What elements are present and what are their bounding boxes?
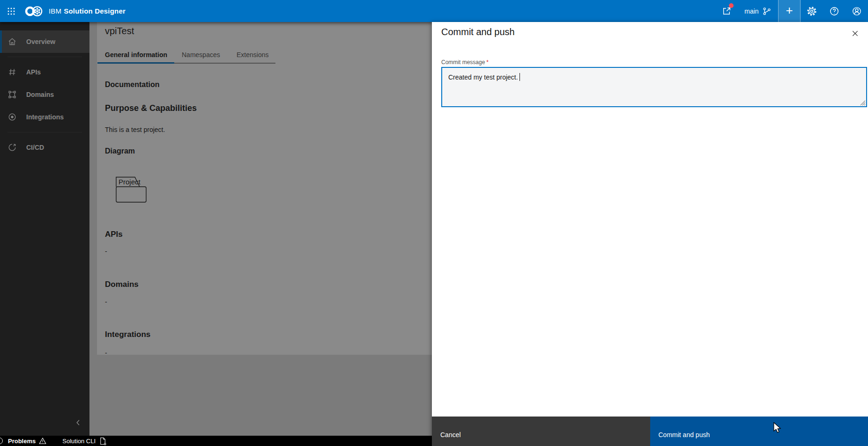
user-profile-button[interactable] xyxy=(846,0,868,22)
panel-title: Commit and push xyxy=(441,27,515,37)
add-button[interactable]: + xyxy=(778,0,801,22)
app-window: IBMSolution Designer main + xyxy=(0,0,868,446)
help-icon xyxy=(829,6,839,16)
branch-selector[interactable]: main xyxy=(738,0,778,22)
app-switcher-icon[interactable] xyxy=(0,0,22,22)
help-button[interactable] xyxy=(823,0,846,22)
text-caret xyxy=(519,73,520,81)
plus-icon: + xyxy=(786,3,793,18)
launch-button[interactable] xyxy=(715,0,738,22)
branch-name: main xyxy=(744,7,758,15)
problems-label: Problems xyxy=(8,438,36,445)
user-avatar-icon xyxy=(852,6,862,16)
statusbar-solution-cli[interactable]: Solution CLI xyxy=(62,437,107,445)
close-button[interactable] xyxy=(847,26,862,41)
panel-action-bar: Cancel Commit and push xyxy=(432,417,868,446)
statusbar-problems[interactable]: Problems xyxy=(8,437,46,445)
required-asterisk: * xyxy=(486,59,489,66)
commit-and-push-button[interactable]: Commit and push xyxy=(650,417,868,446)
git-branch-icon xyxy=(762,7,772,16)
close-icon xyxy=(852,30,859,37)
commit-message-value: Created my test project. xyxy=(448,73,518,81)
settings-button[interactable] xyxy=(801,0,823,22)
solution-designer-logo-icon xyxy=(24,4,44,18)
commit-message-input[interactable]: Created my test project. xyxy=(441,67,867,107)
commit-message-label-text: Commit message xyxy=(441,59,485,66)
commit-message-label: Commit message* xyxy=(441,59,489,66)
resize-grip-icon[interactable] xyxy=(860,100,866,106)
brand-name: Solution Designer xyxy=(64,7,126,15)
product-title: IBMSolution Designer xyxy=(49,7,126,15)
cli-document-icon xyxy=(99,437,107,445)
cancel-button[interactable]: Cancel xyxy=(432,417,650,446)
solution-cli-label: Solution CLI xyxy=(62,438,96,445)
gear-icon xyxy=(807,6,817,16)
top-header-bar: IBMSolution Designer main + xyxy=(0,0,868,22)
commit-and-push-panel: Commit and push Commit message* Created … xyxy=(432,22,868,446)
status-edge-icon xyxy=(0,438,3,444)
notification-dot xyxy=(729,3,734,8)
brand-prefix: IBM xyxy=(49,7,61,15)
warning-icon xyxy=(39,437,46,445)
modal-dim-overlay xyxy=(0,22,432,436)
